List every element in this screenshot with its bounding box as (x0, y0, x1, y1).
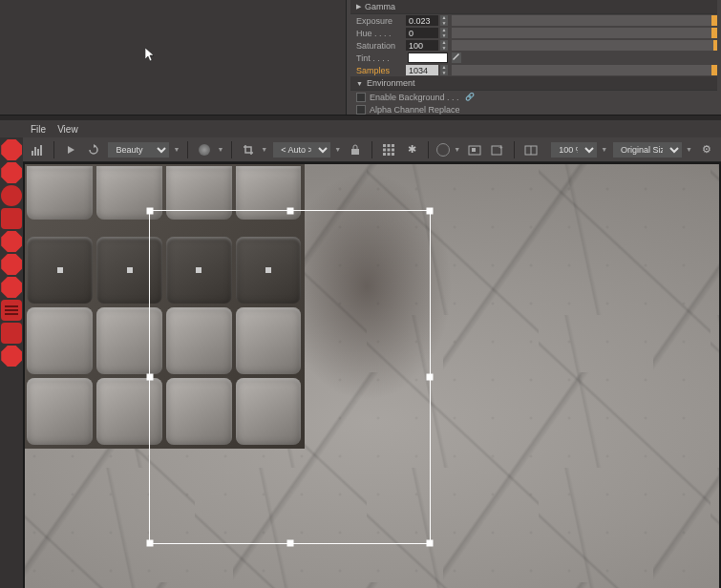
svg-rect-8 (383, 148, 386, 151)
chevron-down-icon: ▼ (454, 146, 460, 153)
menu-bar: File View (0, 120, 721, 137)
compare-icon[interactable] (522, 141, 540, 158)
hue-label: Hue . . . . (350, 29, 404, 38)
crop-icon[interactable] (240, 141, 257, 158)
svg-rect-11 (383, 153, 386, 156)
hue-spinner[interactable]: ▲▼ (440, 28, 448, 38)
svg-rect-0 (32, 151, 33, 156)
snowflake-icon[interactable]: ✱ (403, 141, 420, 158)
properties-panel: ▶Gamma Exposure ▲▼ Hue . . . . ▲▼ Satura… (347, 0, 721, 115)
viewport-toolbar: Beauty ▼ ▼ ▼ < Auto > ▼ ✱ ▼ + 100 % ▼ Or… (23, 137, 721, 162)
tint-color-swatch[interactable] (408, 52, 448, 63)
play-icon[interactable] (62, 141, 79, 158)
svg-rect-5 (383, 144, 386, 147)
exposure-input[interactable] (406, 15, 438, 26)
chevron-down-icon: ▼ (217, 146, 223, 153)
svg-rect-6 (388, 144, 391, 147)
mouse-cursor (145, 48, 157, 65)
mode-select[interactable]: < Auto > (273, 142, 330, 158)
tool-3[interactable] (1, 185, 22, 206)
samples-label: Samples (350, 66, 404, 75)
tint-row: Tint . . . . (350, 52, 717, 64)
svg-rect-9 (388, 148, 391, 151)
chevron-down-icon: ▼ (173, 146, 180, 153)
sel-handle-bc[interactable] (286, 540, 293, 547)
tool-1[interactable] (1, 139, 22, 160)
tool-9[interactable] (1, 323, 22, 344)
samples-row: Samples ▲▼ (350, 64, 717, 76)
env-enable-background: Enable Background . . .🔗 (350, 91, 717, 103)
top-left-panel (0, 0, 347, 115)
render-viewport[interactable] (23, 162, 721, 588)
grid-icon[interactable] (380, 141, 397, 158)
gamma-section-header[interactable]: ▶Gamma (350, 0, 717, 14)
sel-handle-tc[interactable] (286, 208, 293, 215)
exposure-spinner[interactable]: ▲▼ (440, 15, 448, 26)
gear-icon[interactable]: ⚙ (698, 141, 715, 158)
sel-handle-tl[interactable] (147, 208, 154, 215)
add-snapshot-icon[interactable]: + (489, 141, 506, 158)
svg-text:+: + (498, 144, 503, 152)
svg-rect-4 (351, 149, 359, 155)
chevron-down-icon: ▼ (686, 146, 692, 153)
hue-input[interactable] (406, 28, 438, 38)
saturation-spinner[interactable]: ▲▼ (440, 40, 448, 51)
tint-label: Tint . . . . (350, 53, 404, 63)
sel-handle-mr[interactable] (427, 374, 434, 381)
gamma-label: Gamma (365, 2, 395, 11)
svg-rect-15 (472, 148, 476, 152)
exposure-label: Exposure (350, 16, 404, 26)
enable-background-checkbox[interactable] (356, 93, 366, 102)
histogram-icon[interactable] (29, 141, 46, 158)
link-icon[interactable]: 🔗 (465, 93, 475, 101)
chevron-down-icon: ▼ (261, 146, 267, 153)
left-toolbar (0, 137, 23, 588)
size-select[interactable]: Original Size (613, 142, 682, 158)
svg-rect-10 (392, 148, 394, 151)
sel-handle-tr[interactable] (427, 208, 434, 215)
filter-icon[interactable] (196, 141, 213, 158)
tool-4[interactable] (1, 208, 22, 229)
tool-10[interactable] (1, 346, 22, 367)
layer-select[interactable]: Beauty (108, 142, 169, 158)
hue-row: Hue . . . . ▲▼ (350, 27, 717, 39)
svg-rect-12 (388, 153, 391, 156)
svg-rect-2 (37, 149, 39, 156)
exposure-slider[interactable] (452, 15, 717, 26)
snapshot-icon[interactable] (466, 141, 483, 158)
hue-slider[interactable] (452, 28, 717, 38)
svg-rect-3 (40, 145, 42, 156)
svg-rect-1 (34, 147, 36, 156)
menu-file[interactable]: File (31, 124, 46, 135)
samples-input[interactable] (406, 65, 438, 75)
tool-list[interactable] (1, 300, 22, 321)
sel-handle-ml[interactable] (147, 374, 154, 381)
tool-2[interactable] (1, 162, 22, 183)
sel-handle-bl[interactable] (147, 540, 154, 547)
shape-icon[interactable] (436, 143, 450, 157)
saturation-slider[interactable] (452, 40, 717, 51)
tint-picker-button[interactable] (452, 52, 461, 63)
svg-rect-13 (392, 153, 394, 156)
zoom-select[interactable]: 100 % (551, 142, 597, 158)
saturation-label: Saturation (350, 41, 404, 51)
chevron-down-icon: ▼ (601, 146, 607, 153)
menu-view[interactable]: View (57, 124, 78, 135)
sel-handle-br[interactable] (427, 540, 434, 547)
lock-icon[interactable] (347, 141, 364, 158)
refresh-icon[interactable] (85, 141, 102, 158)
environment-label: Environment (367, 78, 415, 88)
svg-rect-7 (392, 144, 394, 147)
environment-section-header[interactable]: ▼Environment (350, 76, 717, 91)
samples-spinner[interactable]: ▲▼ (440, 65, 448, 75)
tool-5[interactable] (1, 231, 22, 252)
samples-slider[interactable] (452, 65, 717, 75)
alpha-replace-checkbox[interactable] (356, 105, 366, 115)
tool-6[interactable] (1, 254, 22, 275)
exposure-row: Exposure ▲▼ (350, 14, 717, 27)
region-selection[interactable] (149, 210, 431, 544)
saturation-input[interactable] (406, 40, 438, 51)
chevron-down-icon: ▼ (334, 146, 341, 153)
saturation-row: Saturation ▲▼ (350, 39, 717, 52)
tool-7[interactable] (1, 277, 22, 298)
